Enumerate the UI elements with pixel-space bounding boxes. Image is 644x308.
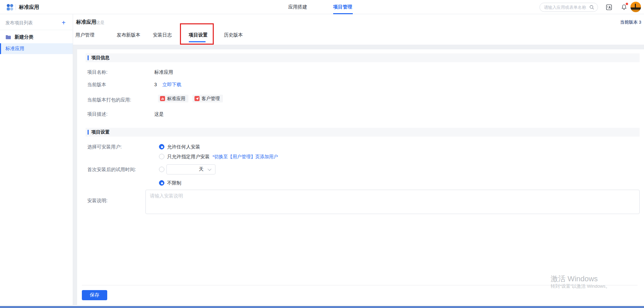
- tab-release-version[interactable]: 发布新版本: [117, 32, 140, 38]
- install-user-label: 选择可安装用户:: [87, 144, 122, 150]
- user-directory-icon[interactable]: [605, 3, 613, 11]
- project-settings-panel: 项目信息 项目名称: 标准应用 当前版本 3 立即下载 当前版本打包的应用: 标…: [77, 49, 644, 305]
- notification-dot: [626, 3, 628, 5]
- download-link[interactable]: 立即下载: [162, 82, 181, 88]
- bar-chart-icon: [160, 96, 165, 101]
- chevron-down-icon: [208, 167, 211, 171]
- tab-install-log[interactable]: 安装日志: [153, 32, 172, 38]
- packaged-apps-label: 当前版本打包的应用:: [87, 97, 131, 103]
- radio-allow-anyone[interactable]: [159, 144, 164, 149]
- divider: [16, 4, 16, 10]
- nav-app-builder[interactable]: 应用搭建: [288, 4, 307, 10]
- search-icon[interactable]: [589, 5, 594, 10]
- sidebar-header: 发布项目列表 +: [0, 18, 73, 28]
- tab-history-versions[interactable]: 历史版本: [224, 32, 243, 38]
- install-note-label: 安装说明:: [87, 198, 108, 204]
- tab-user-management[interactable]: 用户管理: [75, 32, 94, 38]
- trial-time-label: 首次安装后的试用时间:: [87, 167, 136, 173]
- packaged-apps-chips: 标准应用 客户管理: [158, 95, 223, 102]
- install-note-textarea[interactable]: [145, 190, 640, 214]
- paper-plane-icon: [194, 96, 200, 101]
- section-title: 项目信息: [91, 55, 110, 61]
- search-input[interactable]: [544, 5, 589, 10]
- user-avatar[interactable]: [630, 2, 641, 12]
- save-button[interactable]: 保存: [82, 290, 107, 300]
- active-nav-underline: [333, 13, 353, 14]
- section-accent-bar: [88, 130, 89, 135]
- description-label: 项目描述:: [87, 111, 108, 117]
- nav-project-management[interactable]: 项目管理: [333, 4, 352, 10]
- sidebar-item-standard-app[interactable]: 标准应用: [0, 43, 73, 54]
- sidebar-item-label: 标准应用: [5, 46, 24, 52]
- app-logo-icon[interactable]: [7, 4, 13, 10]
- current-version-value: 3: [154, 82, 157, 87]
- divider: [0, 30, 73, 30]
- page-title: 标准应用: [76, 19, 96, 25]
- sidebar-item-category[interactable]: 新建分类: [0, 32, 73, 43]
- section-project-info: 项目信息: [86, 53, 640, 62]
- current-version-note[interactable]: 当前版本 3: [620, 19, 641, 25]
- sidebar-item-label: 新建分类: [15, 34, 33, 40]
- project-name-label: 项目名称:: [87, 69, 108, 75]
- radio-trial-days[interactable]: [159, 167, 164, 172]
- current-version-label: 当前版本: [87, 82, 106, 88]
- radio-specified-users-label[interactable]: 只允许指定用户安装*切换至【用户管理】页添加用户: [167, 154, 278, 160]
- add-project-button[interactable]: +: [59, 18, 68, 27]
- app-chip-label: 客户管理: [202, 96, 220, 102]
- radio-allow-anyone-label[interactable]: 允许任何人安装: [167, 144, 200, 150]
- project-name-value: 标准应用: [154, 69, 173, 75]
- windows-activation-watermark-sub: 转到“设置”以激活 Windows。: [551, 283, 610, 289]
- section-title: 项目设置: [91, 129, 110, 135]
- active-tab-underline: [189, 41, 206, 42]
- radio-specified-users[interactable]: [159, 154, 164, 159]
- notifications-bell-icon[interactable]: [620, 3, 628, 11]
- trial-days-select[interactable]: 天: [166, 164, 215, 174]
- section-accent-bar: [88, 55, 89, 60]
- app-chip-label: 标准应用: [167, 96, 185, 102]
- radio-unlimited-label[interactable]: 不限制: [167, 180, 181, 186]
- page-subtitle: 这是: [96, 20, 105, 26]
- radio-unlimited[interactable]: [159, 180, 164, 186]
- sidebar: 发布项目列表 + 新建分类 标准应用: [0, 14, 73, 305]
- global-search[interactable]: [539, 3, 598, 12]
- app-title: 标准应用: [19, 4, 39, 10]
- section-project-settings: 项目设置: [86, 128, 640, 137]
- trial-unit-value: 天: [199, 166, 204, 172]
- switch-to-user-management-hint: *切换至【用户管理】页添加用户: [212, 154, 278, 159]
- description-value: 这是: [154, 111, 164, 117]
- sidebar-header-label: 发布项目列表: [5, 20, 33, 26]
- content-header: 标准应用 这是 当前版本 3 用户管理 发布新版本 安装日志 项目设置 历史版本: [73, 14, 644, 45]
- folder-icon: [5, 35, 11, 40]
- app-chip-standard: 标准应用: [158, 95, 188, 102]
- windows-activation-watermark: 激活 Windows: [551, 274, 598, 284]
- top-bar: 标准应用 应用搭建 项目管理: [0, 0, 644, 14]
- tab-project-settings[interactable]: 项目设置: [189, 32, 208, 38]
- app-chip-customer: 客户管理: [192, 95, 223, 102]
